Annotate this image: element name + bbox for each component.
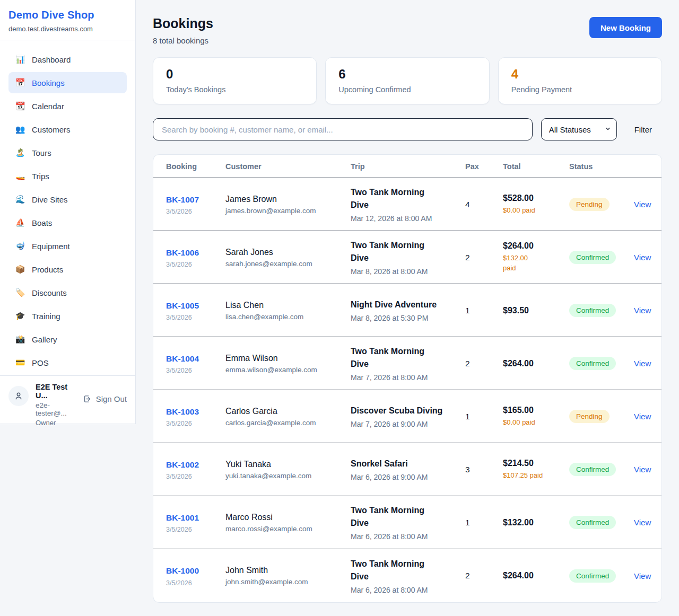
total-amount: $93.50	[503, 306, 569, 315]
sidebar-item-trips[interactable]: 🚤Trips	[8, 165, 127, 187]
status-select[interactable]: All Statuses	[541, 118, 617, 140]
sidebar-item-label: Dashboard	[32, 55, 71, 64]
total-amount: $264.00	[503, 241, 569, 251]
customer-cell: James Brownjames.brown@example.com	[225, 195, 351, 215]
total-cell: $214.50$107.25 paid	[503, 459, 569, 481]
paid-amount: $132.00 paid	[503, 253, 536, 274]
new-booking-button[interactable]: New Booking	[589, 17, 662, 38]
user-email: e2e-tester@...	[36, 401, 76, 417]
customer-name: Carlos Garcia	[225, 407, 351, 416]
column-header-status: Status	[569, 162, 634, 171]
stat-card-todays-bookings: 0 Today's Bookings	[153, 57, 317, 104]
user-role: Owner	[36, 419, 76, 427]
sidebar-item-discounts[interactable]: 🏷️Discounts	[8, 282, 127, 303]
search-input[interactable]	[153, 118, 533, 140]
customer-email: john.smith@example.com	[225, 578, 351, 586]
sidebar: Demo Dive Shop demo.test.divestreams.com…	[0, 0, 136, 424]
booking-date: 3/5/2026	[166, 261, 225, 268]
brand-domain: demo.test.divestreams.com	[8, 25, 127, 33]
customer-email: sarah.jones@example.com	[225, 260, 351, 268]
booking-cell: BK-10043/5/2026	[166, 353, 225, 374]
trip-cell: Two Tank Morning DiveMar 6, 2026 at 8:00…	[351, 504, 465, 541]
view-link[interactable]: View	[634, 518, 661, 527]
sidebar-item-bookings[interactable]: 📅Bookings	[8, 72, 127, 93]
booking-id-link[interactable]: BK-1007	[166, 195, 199, 204]
bookings-icon: 📅	[15, 78, 25, 87]
view-link[interactable]: View	[634, 571, 661, 580]
trip-name: Two Tank Morning Dive	[351, 186, 443, 212]
view-link[interactable]: View	[634, 200, 661, 209]
sidebar-item-label: POS	[32, 358, 49, 367]
sidebar-item-products[interactable]: 📦Products	[8, 259, 127, 280]
status-badge: Confirmed	[569, 463, 616, 476]
sidebar-item-calendar[interactable]: 📆Calendar	[8, 95, 127, 117]
sidebar-item-label: Dive Sites	[32, 195, 68, 204]
sidebar-item-pos[interactable]: 💳POS	[8, 352, 127, 373]
sidebar-item-training[interactable]: 🎓Training	[8, 305, 127, 327]
column-header-pax: Pax	[465, 162, 503, 171]
filter-button[interactable]: Filter	[634, 125, 652, 134]
column-header-trip: Trip	[351, 162, 465, 171]
booking-cell: BK-10003/5/2026	[166, 565, 225, 586]
table-row: BK-10073/5/2026James Brownjames.brown@ex…	[153, 178, 661, 231]
sidebar-item-equipment[interactable]: 🤿Equipment	[8, 235, 127, 257]
sidebar-nav: 📊Dashboard📅Bookings📆Calendar👥Customers🏝️…	[0, 40, 135, 375]
sidebar-item-label: Products	[32, 265, 63, 274]
status-cell: Pending	[569, 198, 634, 211]
trip-cell: Snorkel SafariMar 6, 2026 at 9:00 AM	[351, 457, 465, 481]
paid-amount: $0.00 paid	[503, 418, 569, 428]
booking-id-link[interactable]: BK-1004	[166, 354, 199, 363]
stat-value: 4	[511, 67, 649, 82]
trips-icon: 🚤	[15, 171, 25, 181]
booking-cell: BK-10013/5/2026	[166, 512, 225, 533]
view-link[interactable]: View	[634, 412, 661, 421]
trip-cell: Two Tank Morning DiveMar 7, 2026 at 8:00…	[351, 345, 465, 382]
brand-block: Demo Dive Shop demo.test.divestreams.com	[0, 0, 135, 40]
view-link[interactable]: View	[634, 253, 661, 262]
total-cell: $264.00	[503, 359, 569, 368]
trip-datetime: Mar 8, 2026 at 8:00 AM	[351, 267, 465, 276]
booking-id-link[interactable]: BK-1002	[166, 460, 199, 469]
sidebar-item-dive-sites[interactable]: 🌊Dive Sites	[8, 189, 127, 210]
logout-icon	[83, 394, 92, 403]
status-cell: Confirmed	[569, 463, 634, 476]
sidebar-item-boats[interactable]: ⛵Boats	[8, 212, 127, 233]
booking-cell: BK-10023/5/2026	[166, 459, 225, 480]
column-header-booking: Booking	[166, 162, 225, 171]
trip-cell: Two Tank Morning DiveMar 6, 2026 at 8:00…	[351, 558, 465, 594]
trip-cell: Night Dive AdventureMar 8, 2026 at 5:30 …	[351, 298, 465, 322]
status-cell: Confirmed	[569, 516, 634, 529]
paid-amount: $0.00 paid	[503, 206, 569, 216]
customer-cell: John Smithjohn.smith@example.com	[225, 566, 351, 586]
column-header-total: Total	[503, 162, 569, 171]
booking-id-link[interactable]: BK-1005	[166, 301, 199, 310]
total-cell: $93.50	[503, 306, 569, 315]
stat-label: Pending Payment	[511, 85, 649, 94]
view-link[interactable]: View	[634, 359, 661, 368]
customers-icon: 👥	[15, 125, 25, 134]
sidebar-item-customers[interactable]: 👥Customers	[8, 119, 127, 140]
training-icon: 🎓	[15, 311, 25, 321]
table-body: BK-10073/5/2026James Brownjames.brown@ex…	[153, 178, 661, 602]
view-link[interactable]: View	[634, 306, 661, 315]
customer-cell: Marco Rossimarco.rossi@example.com	[225, 513, 351, 533]
sidebar-item-tours[interactable]: 🏝️Tours	[8, 142, 127, 163]
booking-id-link[interactable]: BK-1001	[166, 513, 199, 522]
total-cell: $528.00$0.00 paid	[503, 193, 569, 216]
pax-value: 2	[465, 359, 503, 368]
customer-cell: Emma Wilsonemma.wilson@example.com	[225, 354, 351, 374]
view-link[interactable]: View	[634, 465, 661, 474]
booking-id-link[interactable]: BK-1000	[166, 566, 199, 575]
customer-cell: Yuki Tanakayuki.tanaka@example.com	[225, 460, 351, 480]
sidebar-item-dashboard[interactable]: 📊Dashboard	[8, 49, 127, 70]
booking-id-link[interactable]: BK-1006	[166, 248, 199, 257]
table-row: BK-10053/5/2026Lisa Chenlisa.chen@exampl…	[153, 284, 661, 337]
tours-icon: 🏝️	[15, 148, 25, 157]
trip-name: Night Dive Adventure	[351, 298, 443, 311]
booking-id-link[interactable]: BK-1003	[166, 407, 199, 416]
customer-email: lisa.chen@example.com	[225, 313, 351, 321]
discounts-icon: 🏷️	[15, 288, 25, 297]
sidebar-item-gallery[interactable]: 📸Gallery	[8, 329, 127, 350]
sign-out-button[interactable]: Sign Out	[83, 394, 127, 403]
booking-cell: BK-10033/5/2026	[166, 406, 225, 427]
